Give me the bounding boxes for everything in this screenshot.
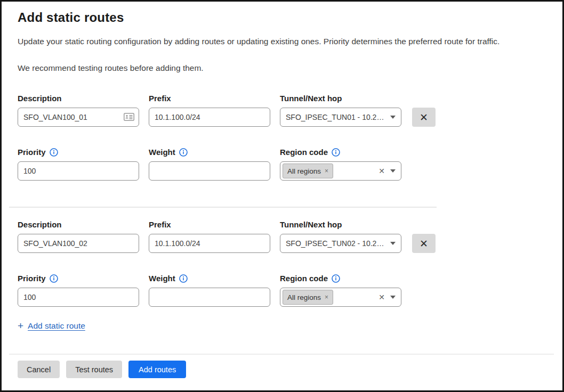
prefix-field-group: Prefix (149, 93, 270, 127)
add-static-route-label: Add static route (28, 321, 85, 331)
remove-route-button[interactable]: ✕ (412, 108, 436, 127)
clear-selection-icon[interactable]: ✕ (378, 293, 385, 301)
intro-text-2: We recommend testing routes before addin… (18, 62, 546, 74)
weight-input[interactable] (149, 288, 270, 307)
clear-selection-icon[interactable]: ✕ (378, 167, 385, 175)
tunnel-select[interactable]: SFO_IPSEC_TUN01 - 10.25... (280, 108, 401, 127)
tunnel-field-group: Tunnel/Next hop SFO_IPSEC_TUN02 - 10.25.… (280, 219, 401, 253)
intro-text-1: Update your static routing configuration… (18, 36, 546, 47)
chevron-down-icon (390, 116, 396, 119)
priority-label: Priority (18, 147, 46, 158)
prefix-label: Prefix (149, 219, 171, 230)
description-input[interactable] (18, 234, 139, 253)
region-label: Region code (280, 273, 328, 284)
tunnel-field-group: Tunnel/Next hop SFO_IPSEC_TUN01 - 10.25.… (280, 93, 401, 127)
weight-label: Weight (149, 273, 175, 284)
region-tag-label: All regions (287, 167, 321, 175)
tunnel-selected-value: SFO_IPSEC_TUN01 - 10.25... (286, 113, 386, 121)
info-icon[interactable] (332, 148, 340, 157)
info-icon[interactable] (179, 274, 188, 283)
priority-field-group: Priority (18, 147, 139, 181)
description-field-group: Description (18, 219, 139, 253)
priority-input[interactable] (18, 161, 139, 181)
footer-actions: Cancel Test routes Add routes (18, 361, 546, 378)
tag-remove-icon[interactable]: × (325, 168, 328, 174)
region-tag-label: All regions (287, 293, 321, 301)
chevron-down-icon (390, 296, 396, 299)
info-icon[interactable] (179, 148, 188, 157)
info-icon[interactable] (332, 274, 340, 283)
route-divider (9, 207, 437, 208)
prefix-field-group: Prefix (149, 219, 270, 253)
weight-label: Weight (149, 147, 175, 158)
chevron-down-icon (390, 169, 396, 173)
remove-route-button[interactable]: ✕ (412, 234, 436, 253)
weight-input[interactable] (149, 161, 270, 181)
test-routes-button[interactable]: Test routes (66, 361, 122, 378)
info-icon[interactable] (50, 148, 58, 157)
description-label: Description (18, 219, 62, 230)
tunnel-selected-value: SFO_IPSEC_TUN02 - 10.25... (286, 239, 386, 248)
route-entry-2: Description Prefix Tunnel/Next hop SFO_I… (18, 219, 546, 307)
add-routes-button[interactable]: Add routes (128, 361, 186, 378)
priority-field-group: Priority (18, 273, 139, 307)
tunnel-label: Tunnel/Next hop (280, 93, 342, 104)
add-static-route-link[interactable]: + Add static route (18, 321, 85, 331)
prefix-label: Prefix (149, 93, 171, 104)
region-multiselect[interactable]: All regions × ✕ (280, 161, 401, 181)
prefix-input[interactable] (149, 108, 270, 127)
priority-input[interactable] (18, 288, 139, 307)
cancel-button[interactable]: Cancel (18, 361, 60, 378)
prefix-input[interactable] (149, 234, 270, 253)
tunnel-label: Tunnel/Next hop (280, 219, 342, 230)
close-icon: ✕ (420, 111, 428, 124)
region-field-group: Region code All regions × ✕ (280, 147, 401, 181)
contact-card-icon (124, 113, 134, 123)
description-field-group: Description (18, 93, 139, 127)
description-input[interactable] (18, 108, 139, 127)
region-tag: All regions × (283, 164, 333, 178)
tag-remove-icon[interactable]: × (325, 294, 328, 300)
region-multiselect[interactable]: All regions × ✕ (280, 288, 401, 307)
chevron-down-icon (390, 242, 396, 245)
weight-field-group: Weight (149, 147, 270, 181)
priority-label: Priority (18, 273, 46, 284)
add-static-routes-dialog: Add static routes Update your static rou… (0, 0, 564, 392)
region-field-group: Region code All regions × ✕ (280, 273, 401, 307)
region-tag: All regions × (283, 290, 333, 305)
close-icon: ✕ (420, 238, 428, 250)
weight-field-group: Weight (149, 273, 270, 307)
info-icon[interactable] (50, 274, 58, 283)
footer-divider (9, 354, 554, 355)
plus-icon: + (18, 321, 23, 331)
description-label: Description (18, 93, 62, 104)
page-title: Add static routes (18, 9, 546, 26)
region-label: Region code (280, 147, 328, 158)
route-entry-1: Description (18, 93, 546, 208)
tunnel-select[interactable]: SFO_IPSEC_TUN02 - 10.25... (280, 234, 401, 253)
